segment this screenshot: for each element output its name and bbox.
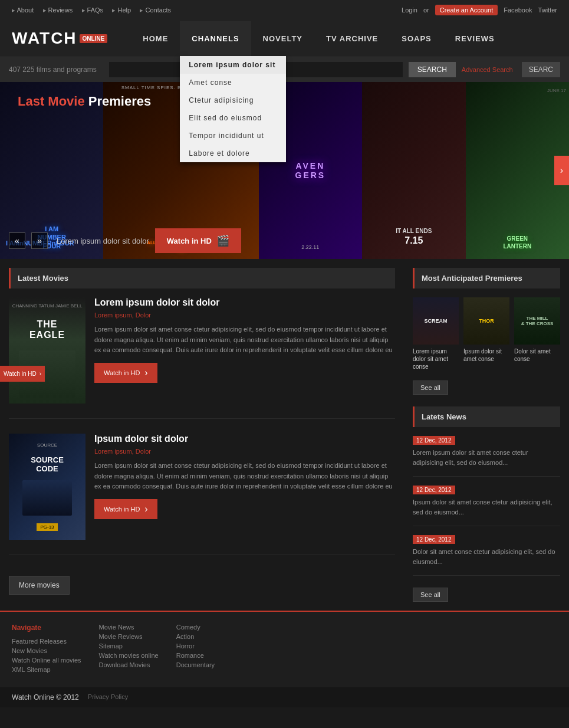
- top-bar-links: About Reviews FAQs Help Contacts: [12, 6, 178, 14]
- movie-desc-1: Lorem ipsum dolor sit amet conse ctetur …: [94, 324, 395, 356]
- hero-right-arrow[interactable]: ›: [554, 156, 569, 185]
- footer-sitemap[interactable]: Sitemap: [99, 642, 159, 650]
- footer-col-1: Navigate Featured Releases New Movies Wa…: [12, 624, 81, 675]
- create-account-button[interactable]: Create an Account: [435, 5, 498, 15]
- news-header: Latets News: [413, 406, 560, 427]
- logo: WATCH ONLINE: [0, 20, 119, 57]
- news-item-1: 12 Dec, 2012 Lorem ipsum dolor sit amet …: [413, 436, 560, 477]
- anticipated-movie-2[interactable]: THOR Ipsum dolor sit amet conse: [463, 297, 509, 370]
- logo-online-badge: ONLINE: [80, 34, 108, 43]
- about-link[interactable]: About: [12, 6, 34, 14]
- footer-new-movies[interactable]: New Movies: [12, 647, 81, 654]
- footer-action[interactable]: Action: [176, 633, 215, 640]
- footer-grid: Navigate Featured Releases New Movies Wa…: [12, 624, 557, 675]
- anticipated-movie-1[interactable]: SCREAM Lorem ipsum dolor sit amet conse: [413, 297, 459, 370]
- anticipated-header: Most Anticipated Premieres: [413, 268, 560, 288]
- faqs-link[interactable]: FAQs: [82, 6, 104, 14]
- movie-poster-1[interactable]: CHANNING TATUM JAMIE BELL THEEAGLE: [9, 297, 85, 404]
- main-content: Latest Movies CHANNING TATUM JAMIE BELL …: [0, 259, 569, 611]
- privacy-policy-link[interactable]: Privacy Policy: [88, 693, 128, 701]
- hero-next-button[interactable]: »: [31, 232, 48, 249]
- anticipated-title-3: Dolor sit amet conse: [514, 347, 560, 363]
- news-date-1: 12 Dec, 2012: [413, 436, 455, 445]
- footer-col-2: Movie News Movie Reviews Sitemap Watch m…: [99, 624, 159, 675]
- logo-watch: WATCH: [12, 29, 77, 48]
- movie-link-2[interactable]: Lorem ipsum, Dolor: [94, 448, 395, 455]
- nav-novelty[interactable]: NOVELTY: [251, 21, 314, 56]
- footer-movie-news[interactable]: Movie News: [99, 624, 159, 631]
- watch-hd-button-2[interactable]: Watch in HD: [94, 499, 157, 519]
- anticipated-title-1: Lorem ipsum dolor sit amet conse: [413, 347, 459, 370]
- header: WATCH ONLINE HOME CHANNELS Lorem ipsum d…: [0, 20, 569, 57]
- search-button[interactable]: SEARCH: [409, 62, 456, 77]
- film-count: 407 225 films and programs: [9, 65, 103, 74]
- nav-channels[interactable]: CHANNELS Lorem ipsum dolor sit Amet cons…: [180, 21, 251, 56]
- facebook-link[interactable]: Facebook: [504, 6, 532, 14]
- movie-poster-2[interactable]: SOURCE SOURCECODE PG-13: [9, 434, 85, 540]
- twitter-link[interactable]: Twitter: [538, 6, 557, 14]
- footer-horror[interactable]: Horror: [176, 642, 215, 650]
- anticipated-movie-3[interactable]: THE MILL& THE CROSS Dolor sit amet conse: [514, 297, 560, 370]
- movie-title-2: Ipsum dolor sit dolor: [94, 434, 395, 444]
- movie-info-1: Lorem ipsum dolor sit dolor Lorem ipsum,…: [94, 297, 395, 404]
- footer-watch-online[interactable]: Watch Online all movies: [12, 657, 81, 664]
- hero-watch-hd-button[interactable]: Watch in HD 🎬: [155, 228, 241, 253]
- hero-title: Last Movie Premieres: [18, 94, 151, 109]
- reviews-link[interactable]: Reviews: [43, 6, 73, 14]
- watch-hd-button-1[interactable]: Watch in HD: [94, 363, 157, 383]
- hero-cta-text: Lorem ipsum dolor sit dolor: [57, 237, 149, 245]
- advanced-search-link[interactable]: Advanced Search: [462, 66, 513, 73]
- anticipated-grid: SCREAM Lorem ipsum dolor sit amet conse …: [413, 297, 560, 370]
- dropdown-item-3[interactable]: Elit sed do eiusmod: [180, 109, 286, 127]
- movie-link-1[interactable]: Lorem ipsum, Dolor: [94, 311, 395, 319]
- top-bar-right: Login or Create an Account Facebook Twit…: [402, 5, 557, 15]
- dropdown-item-4[interactable]: Tempor incididunt ut: [180, 127, 286, 145]
- news-date-2: 12 Dec, 2012: [413, 486, 455, 494]
- nav-home[interactable]: HOME: [131, 21, 180, 56]
- news-item-3: 12 Dec, 2012 Dolor sit amet conse ctetur…: [413, 535, 560, 576]
- login-link[interactable]: Login: [402, 6, 417, 14]
- anticipated-see-all-button[interactable]: See all: [413, 381, 448, 395]
- news-date-3: 12 Dec, 2012: [413, 535, 455, 544]
- dropdown-item-1[interactable]: Amet conse: [180, 74, 286, 91]
- footer-bottom: Watch Online © 2012 Privacy Policy: [0, 687, 569, 707]
- nav-tv-archive[interactable]: TV ARCHIVE: [314, 21, 390, 56]
- channels-dropdown: Lorem ipsum dolor sit Amet conse Ctetur …: [180, 56, 286, 162]
- nav-reviews[interactable]: REVIEWS: [443, 21, 506, 56]
- help-link[interactable]: Help: [112, 6, 131, 14]
- latest-movies-header: Latest Movies: [9, 268, 395, 288]
- footer: Navigate Featured Releases New Movies Wa…: [0, 611, 569, 687]
- dropdown-item-0[interactable]: Lorem ipsum dolor sit: [180, 56, 286, 74]
- movie-title-1: Lorem ipsum dolor sit dolor: [94, 297, 395, 308]
- right-sidebar: Most Anticipated Premieres SCREAM Lorem …: [404, 259, 569, 611]
- movie-item-2: SOURCE SOURCECODE PG-13 Ipsum dolor sit …: [9, 434, 395, 555]
- footer-movie-reviews[interactable]: Movie Reviews: [99, 633, 159, 640]
- more-movies-button[interactable]: More movies: [9, 576, 70, 595]
- footer-col-3: Comedy Action Horror Romance Documentary: [176, 624, 215, 675]
- nav-soaps[interactable]: SOAPS: [390, 21, 443, 56]
- dropdown-item-5[interactable]: Labore et dolore: [180, 145, 286, 162]
- footer-documentary[interactable]: Documentary: [176, 661, 215, 668]
- footer-download-movies[interactable]: Download Movies: [99, 661, 159, 668]
- news-see-all-button[interactable]: See all: [413, 588, 448, 602]
- footer-featured-releases[interactable]: Featured Releases: [12, 638, 81, 645]
- news-item-2: 12 Dec, 2012 Ipsum dolor sit amet conse …: [413, 486, 560, 526]
- search-button-2[interactable]: SEARC: [522, 62, 560, 77]
- or-text: or: [423, 6, 429, 14]
- footer-heading-1: Navigate: [12, 624, 81, 632]
- footer-comedy[interactable]: Comedy: [176, 624, 215, 631]
- movie-info-2: Ipsum dolor sit dolor Lorem ipsum, Dolor…: [94, 434, 395, 540]
- side-watch-hd-button[interactable]: Watch in HD ›: [0, 366, 45, 382]
- footer-romance[interactable]: Romance: [176, 652, 215, 659]
- news-text-3: Dolor sit amet conse ctetur adipisicing …: [413, 547, 560, 566]
- footer-xml-sitemap[interactable]: XML Sitemap: [12, 666, 81, 673]
- latest-movies-section: Latest Movies CHANNING TATUM JAMIE BELL …: [0, 259, 404, 611]
- contacts-link[interactable]: Contacts: [140, 6, 170, 14]
- dropdown-item-2[interactable]: Ctetur adipisicing: [180, 91, 286, 109]
- side-arrow-icon: ›: [40, 370, 41, 377]
- film-icon: 🎬: [216, 234, 229, 247]
- footer-watch-movies-online[interactable]: Watch movies online: [99, 652, 159, 659]
- hero-prev-button[interactable]: «: [9, 232, 25, 249]
- copyright-text: Watch Online © 2012: [12, 693, 79, 701]
- movie-item-1: CHANNING TATUM JAMIE BELL THEEAGLE Lorem…: [9, 297, 395, 419]
